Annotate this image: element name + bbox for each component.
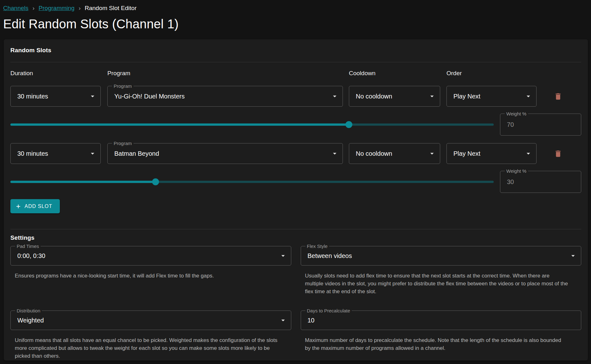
chevron-down-icon [428,149,436,158]
order-select[interactable]: Play Next [446,86,537,107]
column-header-duration: Duration [10,70,101,77]
slider-track [10,124,349,126]
column-header-program: Program [107,70,343,77]
weight-input-label: Weight % [505,168,528,174]
chevron-down-icon [331,92,339,100]
weight-slider[interactable] [10,114,494,136]
cooldown-select[interactable]: No cooldown [349,86,440,107]
setting-pad-times: Pad Times 0:00, 0:30 Ensures programs ha… [10,246,291,295]
slider-track [10,181,156,183]
setting-distribution: Distribution Weighted Uniform means that… [10,311,291,360]
slider-thumb[interactable] [152,178,159,185]
weight-value: 30 [500,178,514,186]
order-select[interactable]: Play Next [446,143,537,164]
breadcrumb-separator: › [32,5,34,12]
slot-weight-row-2: Weight % 30 [10,171,581,193]
breadcrumb: Channels › Programming › Random Slot Edi… [3,4,588,13]
cooldown-value: No cooldown [349,150,392,157]
flex-style-select[interactable]: Flex Style Between videos [301,246,582,266]
days-to-precalculate-label: Days to Precalculate [305,308,352,313]
divider [10,62,581,62]
slot-weight-row-1: Weight % 70 [10,114,581,136]
days-to-precalculate-input[interactable]: Days to Precalculate 10 [301,311,582,330]
plus-icon: + [16,203,21,210]
chevron-down-icon [88,149,97,158]
pad-times-select[interactable]: Pad Times 0:00, 0:30 [10,246,291,266]
duration-value: 30 minutes [11,93,48,100]
cooldown-select[interactable]: No cooldown [349,143,440,164]
weight-input[interactable]: Weight % 30 [500,171,581,193]
trash-icon [554,149,562,158]
chevron-down-icon [569,252,577,260]
program-select-label: Program [112,83,134,89]
program-select-label: Program [112,141,134,146]
program-select[interactable]: Program Yu-Gi-Oh! Duel Monsters [107,86,343,107]
distribution-label: Distribution [15,308,42,313]
slider-thumb[interactable] [345,121,352,128]
breadcrumb-separator: › [79,5,81,12]
cooldown-value: No cooldown [349,93,392,100]
breadcrumb-current: Random Slot Editor [85,5,137,12]
chevron-down-icon [88,92,97,100]
settings-title: Settings [10,234,581,241]
column-header-cooldown: Cooldown [349,70,440,77]
program-value: Batman Beyond [108,150,159,157]
program-value: Yu-Gi-Oh! Duel Monsters [108,93,185,100]
breadcrumb-programming[interactable]: Programming [39,5,75,12]
setting-days-to-precalculate: Days to Precalculate 10 Maximum number o… [301,311,582,360]
flex-style-helper: Usually slots need to add flex time to e… [301,272,568,295]
trash-icon [554,92,562,101]
chevron-down-icon [428,92,436,100]
duration-select[interactable]: 30 minutes [10,86,101,107]
chevron-down-icon [331,149,339,158]
chevron-down-icon [279,316,287,324]
days-to-precalculate-helper: Maximum number of days to precalculate t… [301,336,568,352]
flex-style-value: Between videos [301,252,352,260]
chevron-down-icon [524,149,532,158]
setting-flex-style: Flex Style Between videos Usually slots … [301,246,582,295]
pad-times-label: Pad Times [15,244,41,249]
weight-input[interactable]: Weight % 70 [500,114,581,136]
random-slots-card: Random Slots Duration Program Cooldown O… [4,39,588,361]
divider [10,229,581,229]
days-to-precalculate-value: 10 [301,317,315,324]
flex-style-label: Flex Style [305,244,329,249]
distribution-value: Weighted [11,317,44,324]
delete-slot-button[interactable] [550,146,565,161]
duration-value: 30 minutes [11,150,48,157]
column-header-order: Order [446,70,537,77]
slot-row-1: 30 minutes Program Yu-Gi-Oh! Duel Monste… [10,86,581,107]
weight-slider[interactable] [10,171,494,193]
card-title: Random Slots [10,47,581,54]
duration-select[interactable]: 30 minutes [10,143,101,164]
pad-times-helper: Ensures programs have a nice-looking sta… [10,272,278,280]
slot-row-2: 30 minutes Program Batman Beyond No cool… [10,143,581,164]
delete-slot-button[interactable] [550,89,565,104]
breadcrumb-channels[interactable]: Channels [3,5,28,12]
pad-times-value: 0:00, 0:30 [11,252,45,260]
order-value: Play Next [447,150,480,157]
weight-value: 70 [500,121,514,128]
add-slot-label: ADD SLOT [25,204,52,209]
distribution-helper: Uniform means that all slots have an equ… [10,336,278,360]
random-slot-editor-page: Channels › Programming › Random Slot Edi… [0,0,591,361]
add-slot-button[interactable]: + ADD SLOT [10,199,60,213]
column-headers: Duration Program Cooldown Order [10,70,581,77]
program-select[interactable]: Program Batman Beyond [107,143,343,164]
order-value: Play Next [447,93,480,100]
chevron-down-icon [524,92,532,100]
settings-grid: Pad Times 0:00, 0:30 Ensures programs ha… [10,246,581,360]
page-title: Edit Random Slots (Channel 1) [3,17,588,31]
chevron-down-icon [279,252,287,260]
distribution-select[interactable]: Distribution Weighted [10,311,291,330]
weight-input-label: Weight % [505,111,528,116]
